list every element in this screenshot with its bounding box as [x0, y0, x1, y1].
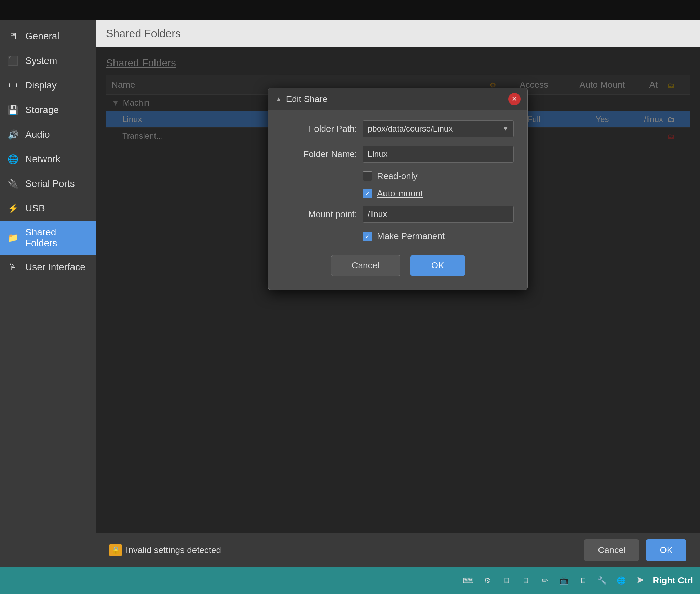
- sidebar-item-storage[interactable]: Storage: [0, 98, 96, 122]
- taskbar-icon-6[interactable]: 📺: [557, 574, 571, 588]
- network-icon: [7, 153, 19, 165]
- ui-icon: [7, 261, 19, 273]
- sidebar-label-shared: Shared Folders: [25, 227, 89, 249]
- sidebar-label-system: System: [25, 55, 57, 66]
- sidebar-item-audio[interactable]: Audio: [0, 122, 96, 147]
- bottom-bar: 🔒 Invalid settings detected Cancel OK: [96, 533, 700, 567]
- sidebar-label-audio: Audio: [25, 129, 50, 140]
- sidebar-label-display: Display: [25, 80, 57, 91]
- audio-icon: [7, 128, 19, 141]
- cancel-button[interactable]: Cancel: [584, 539, 639, 561]
- warning-icon: 🔒: [109, 544, 122, 556]
- taskbar: ⌨ ⚙ 🖥 🖥 ✏ 📺 🖥 🔧 🌐 ⮞ Right Ctrl: [0, 567, 700, 594]
- sidebar-item-general[interactable]: General: [0, 24, 96, 49]
- shared-folders-icon: [7, 232, 19, 244]
- modal-ok-button[interactable]: OK: [410, 255, 465, 276]
- read-only-row: Read-only: [282, 171, 514, 181]
- mount-point-row: Mount point: /linux: [282, 206, 514, 223]
- sidebar-item-user-interface[interactable]: User Interface: [0, 255, 96, 279]
- modal-close-button[interactable]: ✕: [508, 93, 521, 105]
- auto-mount-label: Auto-mount: [377, 188, 423, 199]
- sidebar-label-ui: User Interface: [25, 262, 85, 273]
- taskbar-icon-3[interactable]: 🖥: [500, 574, 513, 588]
- status-text: Invalid settings detected: [126, 545, 221, 555]
- sidebar-item-network[interactable]: Network: [0, 147, 96, 171]
- serial-icon: [7, 178, 19, 190]
- content-body: Shared Folders Name ⚙ Access Auto Mount …: [96, 47, 700, 533]
- sidebar-label-serial: Serial Ports: [25, 178, 75, 189]
- storage-icon: [7, 104, 19, 116]
- modal-cancel-button[interactable]: Cancel: [331, 255, 400, 276]
- sort-icon: ▲: [275, 95, 282, 103]
- edit-share-modal: ▲ Edit Share ✕ Folder Path: pbox/data/co…: [268, 88, 528, 290]
- modal-buttons: Cancel OK: [282, 248, 514, 279]
- auto-mount-row: ✓ Auto-mount: [282, 188, 514, 199]
- taskbar-icon-4[interactable]: 🖥: [519, 574, 533, 588]
- display-icon: [7, 79, 19, 92]
- taskbar-icon-10[interactable]: ⮞: [634, 574, 647, 588]
- folder-name-input[interactable]: Linux: [363, 146, 514, 163]
- ok-button[interactable]: OK: [646, 539, 686, 561]
- taskbar-icon-8[interactable]: 🔧: [595, 574, 609, 588]
- taskbar-icon-7[interactable]: 🖥: [576, 574, 590, 588]
- mount-point-label: Mount point:: [282, 209, 357, 220]
- read-only-checkbox[interactable]: [363, 171, 372, 181]
- folder-path-input[interactable]: pbox/data/course/Linux ▼: [363, 120, 514, 137]
- right-ctrl-label: Right Ctrl: [653, 575, 693, 586]
- make-permanent-label: Make Permanent: [377, 231, 445, 241]
- folder-path-label: Folder Path:: [282, 124, 357, 134]
- sidebar-item-display[interactable]: Display: [0, 73, 96, 98]
- status-area: 🔒 Invalid settings detected: [109, 544, 577, 556]
- folder-name-label: Folder Name:: [282, 149, 357, 160]
- folder-path-dropdown-arrow[interactable]: ▼: [502, 125, 509, 133]
- taskbar-icon-9[interactable]: 🌐: [615, 574, 628, 588]
- usb-icon: [7, 202, 19, 215]
- top-bar: [0, 0, 700, 20]
- sidebar-item-serial-ports[interactable]: Serial Ports: [0, 171, 96, 196]
- main-window: General System Display Storage Audio Net…: [0, 20, 700, 567]
- content-title: Shared Folders: [106, 27, 181, 40]
- sidebar-item-system[interactable]: System: [0, 49, 96, 73]
- sidebar-item-usb[interactable]: USB: [0, 196, 96, 221]
- taskbar-icon-1[interactable]: ⌨: [461, 574, 475, 588]
- system-icon: [7, 55, 19, 67]
- modal-body: Folder Path: pbox/data/course/Linux ▼ Fo…: [268, 110, 527, 290]
- sidebar-label-usb: USB: [25, 203, 45, 214]
- sidebar-item-shared-folders[interactable]: Shared Folders: [0, 221, 96, 255]
- mount-point-input[interactable]: /linux: [363, 206, 514, 223]
- taskbar-icon-2[interactable]: ⚙: [481, 574, 494, 588]
- content-title-bar: Shared Folders: [96, 20, 700, 47]
- general-icon: [7, 30, 19, 42]
- folder-name-row: Folder Name: Linux: [282, 146, 514, 163]
- modal-overlay: ▲ Edit Share ✕ Folder Path: pbox/data/co…: [96, 47, 700, 533]
- modal-title: Edit Share: [286, 94, 504, 105]
- taskbar-icon-5[interactable]: ✏: [538, 574, 552, 588]
- sidebar-label-network: Network: [25, 154, 60, 165]
- sidebar-label-storage: Storage: [25, 105, 59, 115]
- make-permanent-checkbox[interactable]: ✓: [363, 232, 372, 241]
- modal-title-bar: ▲ Edit Share ✕: [268, 88, 527, 110]
- read-only-label: Read-only: [377, 171, 418, 181]
- sidebar-label-general: General: [25, 31, 59, 42]
- folder-path-row: Folder Path: pbox/data/course/Linux ▼: [282, 120, 514, 137]
- auto-mount-checkbox[interactable]: ✓: [363, 189, 372, 198]
- make-permanent-row: ✓ Make Permanent: [282, 231, 514, 241]
- content-area: Shared Folders Shared Folders Name ⚙ Acc…: [96, 20, 700, 567]
- sidebar: General System Display Storage Audio Net…: [0, 20, 96, 567]
